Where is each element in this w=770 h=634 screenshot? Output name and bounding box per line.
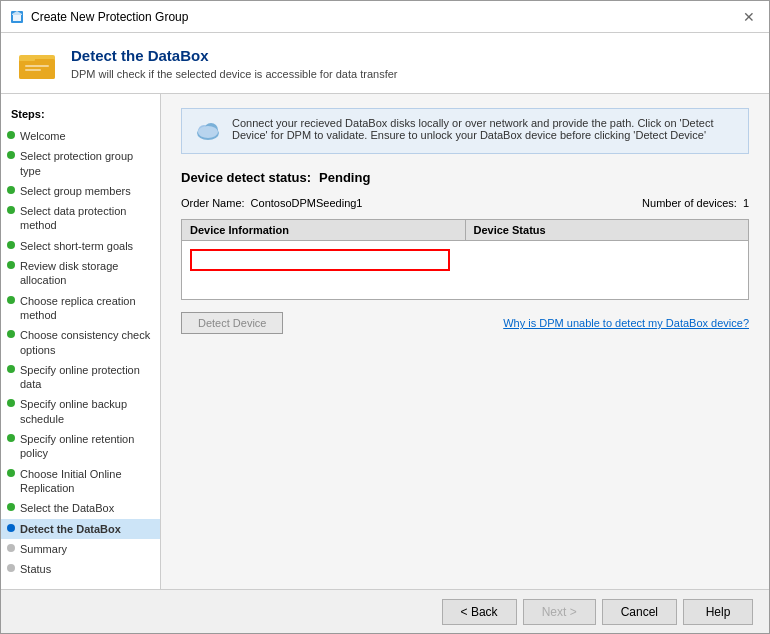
device-table: Device Information Device Status [181, 219, 749, 300]
sidebar-item-consistency-check[interactable]: Choose consistency check options [1, 325, 160, 360]
dot-gray [7, 544, 15, 552]
sidebar-item-label: Choose consistency check options [20, 328, 152, 357]
sidebar-item-group-members[interactable]: Select group members [1, 181, 160, 201]
sidebar-item-label: Choose replica creation method [20, 294, 152, 323]
order-name-label: Order Name: [181, 197, 245, 209]
sidebar-item-disk-storage[interactable]: Review disk storage allocation [1, 256, 160, 291]
dot-green [7, 241, 15, 249]
main-content: Steps: WelcomeSelect protection group ty… [1, 94, 769, 589]
info-banner: Connect your recieved DataBox disks loca… [181, 108, 749, 154]
sidebar-item-online-backup[interactable]: Specify online backup schedule [1, 394, 160, 429]
sidebar-item-label: Summary [20, 542, 67, 556]
sidebar-item-detect-databox[interactable]: Detect the DataBox [1, 519, 160, 539]
sidebar-item-replica-creation[interactable]: Choose replica creation method [1, 291, 160, 326]
header-section: Detect the DataBox DPM will check if the… [1, 33, 769, 94]
dot-green [7, 296, 15, 304]
sidebar-item-welcome[interactable]: Welcome [1, 126, 160, 146]
sidebar-item-label: Select protection group type [20, 149, 152, 178]
content-area: Connect your recieved DataBox disks loca… [161, 94, 769, 589]
detect-row: Detect Device Why is DPM unable to detec… [181, 312, 749, 334]
dot-green [7, 261, 15, 269]
sidebar-item-summary[interactable]: Summary [1, 539, 160, 559]
dot-blue [7, 524, 15, 532]
svg-rect-1 [13, 15, 21, 21]
order-name-value: ContosoDPMSeeding1 [251, 197, 363, 209]
dot-green [7, 151, 15, 159]
sidebar-heading: Steps: [1, 104, 160, 126]
num-devices-value: 1 [743, 197, 749, 209]
sidebar-item-status[interactable]: Status [1, 559, 160, 579]
num-devices-label: Number of devices: [642, 197, 737, 209]
sidebar-item-online-protection[interactable]: Specify online protection data [1, 360, 160, 395]
cloud-icon [194, 117, 222, 145]
window-title: Create New Protection Group [31, 10, 188, 24]
device-table-header: Device Information Device Status [182, 220, 748, 241]
footer: < Back Next > Cancel Help [1, 589, 769, 633]
dot-green [7, 186, 15, 194]
dot-green [7, 206, 15, 214]
device-input-highlight[interactable] [190, 249, 450, 271]
info-text: Connect your recieved DataBox disks loca… [232, 117, 736, 141]
device-status-row: Device detect status: Pending [181, 170, 749, 185]
title-bar: Create New Protection Group ✕ [1, 1, 769, 33]
sidebar-item-protection-group-type[interactable]: Select protection group type [1, 146, 160, 181]
device-table-body [182, 249, 748, 299]
help-button[interactable]: Help [683, 599, 753, 625]
svg-rect-7 [25, 69, 41, 71]
sidebar-item-initial-online[interactable]: Choose Initial Online Replication [1, 464, 160, 499]
sidebar: Steps: WelcomeSelect protection group ty… [1, 94, 161, 589]
device-status-label: Device detect status: [181, 170, 311, 185]
dot-green [7, 365, 15, 373]
svg-rect-5 [19, 57, 35, 61]
order-right: Number of devices: 1 [642, 197, 749, 209]
col-device-information: Device Information [182, 220, 466, 240]
dot-green [7, 330, 15, 338]
order-row: Order Name: ContosoDPMSeeding1 Number of… [181, 197, 749, 209]
header-text: Detect the DataBox DPM will check if the… [71, 47, 397, 80]
sidebar-item-label: Welcome [20, 129, 66, 143]
order-left: Order Name: ContosoDPMSeeding1 [181, 197, 362, 209]
sidebar-item-label: Choose Initial Online Replication [20, 467, 152, 496]
sidebar-item-label: Status [20, 562, 51, 576]
header-icon [17, 43, 57, 83]
window: Create New Protection Group ✕ Detect the… [0, 0, 770, 634]
svg-rect-6 [25, 65, 49, 67]
sidebar-item-label: Specify online retention policy [20, 432, 152, 461]
dot-gray [7, 564, 15, 572]
back-button[interactable]: < Back [442, 599, 517, 625]
sidebar-item-label: Select data protection method [20, 204, 152, 233]
sidebar-item-label: Select group members [20, 184, 131, 198]
next-button[interactable]: Next > [523, 599, 596, 625]
header-title: Detect the DataBox [71, 47, 397, 64]
sidebar-item-label: Select the DataBox [20, 501, 114, 515]
dot-green [7, 469, 15, 477]
detect-device-button[interactable]: Detect Device [181, 312, 283, 334]
sidebar-item-label: Select short-term goals [20, 239, 133, 253]
sidebar-item-data-protection[interactable]: Select data protection method [1, 201, 160, 236]
sidebar-item-label: Specify online protection data [20, 363, 152, 392]
sidebar-item-label: Specify online backup schedule [20, 397, 152, 426]
sidebar-item-label: Detect the DataBox [20, 522, 121, 536]
header-subtitle: DPM will check if the selected device is… [71, 68, 397, 80]
dot-green [7, 399, 15, 407]
col-device-status: Device Status [466, 220, 749, 240]
window-icon [9, 9, 25, 25]
sidebar-item-short-term-goals[interactable]: Select short-term goals [1, 236, 160, 256]
sidebar-item-online-retention[interactable]: Specify online retention policy [1, 429, 160, 464]
device-status-value: Pending [319, 170, 370, 185]
close-button[interactable]: ✕ [737, 7, 761, 27]
sidebar-item-select-databox[interactable]: Select the DataBox [1, 498, 160, 518]
dot-green [7, 131, 15, 139]
dot-green [7, 503, 15, 511]
cancel-button[interactable]: Cancel [602, 599, 677, 625]
sidebar-item-label: Review disk storage allocation [20, 259, 152, 288]
svg-point-11 [198, 126, 218, 138]
title-bar-left: Create New Protection Group [9, 9, 188, 25]
detect-link[interactable]: Why is DPM unable to detect my DataBox d… [503, 317, 749, 329]
dot-green [7, 434, 15, 442]
